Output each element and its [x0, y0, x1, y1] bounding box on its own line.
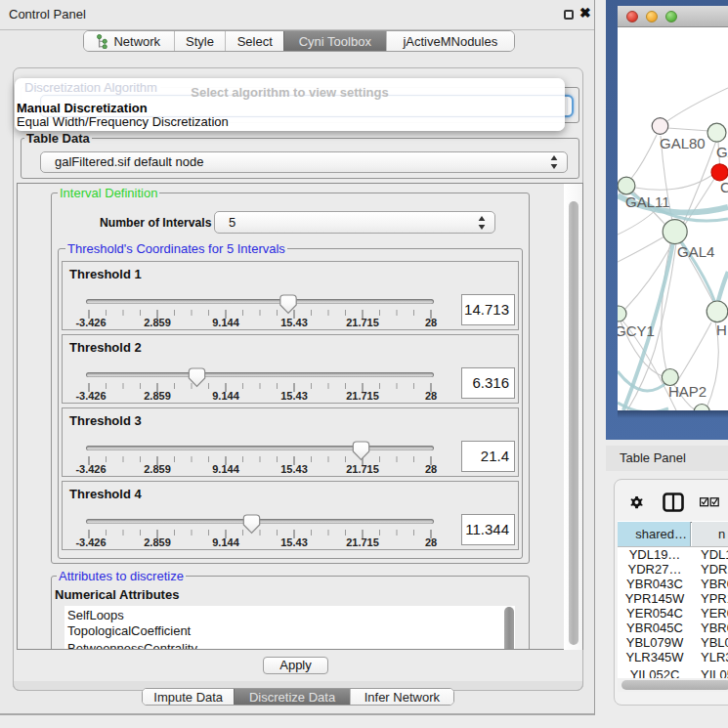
svg-text:H: H: [716, 321, 727, 338]
svg-text:GCY1: GCY1: [618, 322, 655, 339]
svg-text:GAL4: GAL4: [677, 243, 714, 260]
svg-text:GA: GA: [716, 144, 728, 160]
svg-text:GAL80: GAL80: [660, 135, 706, 151]
svg-text:GAL11: GAL11: [625, 193, 670, 210]
svg-text:C: C: [720, 179, 728, 195]
svg-text:HAP2: HAP2: [668, 383, 707, 400]
